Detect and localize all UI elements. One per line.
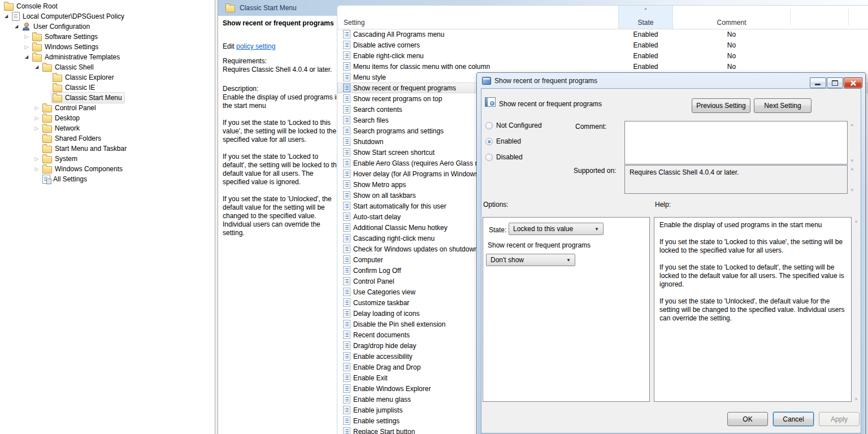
expand-expander-icon[interactable]: ▷ bbox=[33, 167, 41, 171]
radio-unselected-icon[interactable] bbox=[485, 154, 493, 161]
tree-item-local-computer-dpsguest-policy[interactable]: ◢Local Computer\DPSGuest Policy bbox=[0, 11, 215, 21]
tree-item-start-menu-and-taskbar[interactable]: Start Menu and Taskbar bbox=[0, 144, 215, 154]
column-separator[interactable] bbox=[848, 9, 849, 25]
options-label: Options: bbox=[483, 201, 509, 209]
setting-name: Enable Windows Explorer bbox=[353, 385, 431, 393]
tree-item-desktop[interactable]: ▷Desktop bbox=[0, 113, 215, 123]
next-setting-button[interactable]: Next Setting bbox=[754, 98, 811, 113]
radio-option-disabled[interactable]: Disabled bbox=[485, 153, 542, 161]
column-header-comment[interactable]: Comment bbox=[673, 19, 790, 27]
description-label: Description: bbox=[223, 85, 341, 93]
expand-expander-icon[interactable]: ▷ bbox=[23, 34, 31, 39]
policy-document-icon bbox=[343, 127, 350, 135]
setting-name: Cascading All Programs menu bbox=[353, 31, 444, 38]
setting-name: Computer bbox=[353, 256, 383, 264]
policy-document-icon bbox=[343, 363, 350, 371]
setting-name: Start automatically for this user bbox=[353, 202, 446, 210]
setting-row[interactable]: Disable active cornersEnabledNo bbox=[337, 40, 868, 50]
description-paragraph: Enable the display of used programs in t… bbox=[223, 93, 341, 110]
chevron-down-icon: ▼ bbox=[563, 258, 571, 263]
radio-option-enabled[interactable]: Enabled bbox=[485, 137, 542, 145]
setting-name: Show recent programs on top bbox=[353, 95, 442, 103]
tree-item-user-configuration[interactable]: ◢User Configuration bbox=[0, 21, 215, 32]
expand-expander-icon[interactable]: ▷ bbox=[23, 45, 31, 49]
setting-name: Menu items for classic menu with one col… bbox=[353, 63, 490, 71]
close-button[interactable] bbox=[844, 77, 862, 88]
tree-item-software-settings[interactable]: ▷Software Settings bbox=[0, 32, 215, 42]
expand-expander-icon[interactable]: ▷ bbox=[33, 106, 41, 110]
maximize-button[interactable] bbox=[827, 77, 843, 88]
tree-item-label: Administrative Templates bbox=[45, 53, 120, 61]
radio-option-not-configured[interactable]: Not Configured bbox=[485, 121, 542, 129]
setting-name: Additional Classic Menu hotkey bbox=[353, 224, 448, 232]
dialog-titlebar[interactable]: Show recent or frequent programs bbox=[477, 73, 865, 88]
state-header-label: State bbox=[637, 19, 653, 27]
policy-document-icon bbox=[343, 202, 350, 210]
previous-setting-button[interactable]: Previous Setting bbox=[692, 98, 750, 113]
tree-item-system[interactable]: ▷System bbox=[0, 154, 215, 164]
chevron-down-icon: ▼ bbox=[591, 227, 599, 232]
tree-item-classic-explorer[interactable]: Classic Explorer bbox=[0, 72, 215, 83]
comment-input[interactable] bbox=[624, 121, 848, 164]
tree-item-administrative-templates[interactable]: ◢Administrative Templates bbox=[0, 52, 215, 62]
column-header-setting[interactable]: Setting bbox=[344, 19, 364, 27]
tree-item-label: System bbox=[55, 155, 77, 163]
tree-item-label: Classic IE bbox=[65, 84, 95, 92]
scroll-up-icon[interactable]: ▲ bbox=[854, 219, 858, 224]
policy-document-icon bbox=[343, 427, 350, 434]
collapse-expander-icon[interactable]: ◢ bbox=[2, 14, 10, 19]
policy-document-icon bbox=[343, 170, 350, 178]
edit-policy-setting-link[interactable]: policy setting bbox=[236, 42, 275, 50]
tree-item-shared-folders[interactable]: Shared Folders bbox=[0, 133, 215, 144]
policy-document-icon bbox=[343, 180, 350, 189]
scroll-up-icon[interactable]: ▲ bbox=[850, 123, 854, 127]
setting-name: Enable Exit bbox=[353, 374, 388, 382]
tree-item-label: Classic Shell bbox=[55, 63, 94, 71]
tree-item-windows-settings[interactable]: ▷Windows Settings bbox=[0, 42, 215, 52]
cancel-button[interactable]: Cancel bbox=[773, 412, 814, 426]
setting-row[interactable]: Menu items for classic menu with one col… bbox=[337, 61, 868, 72]
scroll-down-icon[interactable]: ▼ bbox=[850, 188, 854, 193]
tree-item-network[interactable]: ▷Network bbox=[0, 123, 215, 133]
tree-item-classic-shell[interactable]: ◢Classic Shell bbox=[0, 62, 215, 72]
expand-expander-icon[interactable]: ▷ bbox=[33, 116, 41, 120]
radio-unselected-icon[interactable] bbox=[485, 122, 493, 129]
tree-item-classic-start-menu[interactable]: Classic Start Menu bbox=[0, 93, 215, 103]
state-dropdown-value: Locked to this value bbox=[513, 225, 573, 233]
setting-comment: No bbox=[673, 52, 790, 60]
radio-selected-icon[interactable] bbox=[485, 138, 493, 145]
collapse-expander-icon[interactable]: ◢ bbox=[33, 65, 41, 70]
setting-name: Cascading right-click menu bbox=[353, 235, 435, 242]
expand-expander-icon[interactable]: ▷ bbox=[33, 157, 41, 161]
state-dropdown[interactable]: Locked to this value ▼ bbox=[509, 223, 604, 235]
policy-document-icon bbox=[343, 105, 350, 114]
scroll-down-icon[interactable]: ▼ bbox=[850, 159, 854, 163]
setting-row[interactable]: Cascading All Programs menuEnabledNo bbox=[337, 29, 868, 40]
setting-name: Control Panel bbox=[353, 277, 394, 285]
setting-row[interactable]: Enable right-click menuEnabledNo bbox=[337, 50, 868, 61]
column-separator[interactable] bbox=[790, 9, 791, 25]
scroll-down-icon[interactable]: ▼ bbox=[854, 397, 858, 402]
collapse-expander-icon[interactable]: ◢ bbox=[23, 55, 31, 59]
policy-document-icon bbox=[343, 374, 350, 382]
minimize-button[interactable] bbox=[810, 77, 826, 88]
folder-icon bbox=[42, 115, 52, 123]
setting-name: Replace Start button bbox=[353, 428, 415, 434]
edit-prefix: Edit bbox=[223, 42, 236, 50]
tree-item-all-settings[interactable]: All Settings bbox=[0, 174, 215, 184]
tree-item-windows-components[interactable]: ▷Windows Components bbox=[0, 164, 215, 174]
policy-document-icon bbox=[343, 41, 350, 49]
tree-item-classic-ie[interactable]: Classic IE bbox=[0, 83, 215, 93]
scroll-up-icon[interactable]: ▲ bbox=[850, 167, 854, 171]
ok-button[interactable]: OK bbox=[727, 412, 768, 426]
column-header-state[interactable]: ▲ State bbox=[618, 6, 673, 29]
expand-expander-icon[interactable]: ▷ bbox=[33, 126, 41, 131]
tree-item-console-root[interactable]: Console Root bbox=[0, 1, 215, 11]
tree-item-label: Classic Start Menu bbox=[65, 94, 122, 102]
show-programs-dropdown[interactable]: Don't show ▼ bbox=[486, 254, 575, 266]
collapse-expander-icon[interactable]: ◢ bbox=[12, 24, 20, 29]
tree-item-control-panel[interactable]: ▷Control Panel bbox=[0, 103, 215, 113]
policy-document-icon bbox=[343, 191, 350, 199]
policy-document-icon bbox=[343, 62, 350, 71]
policy-document-icon bbox=[343, 245, 350, 253]
